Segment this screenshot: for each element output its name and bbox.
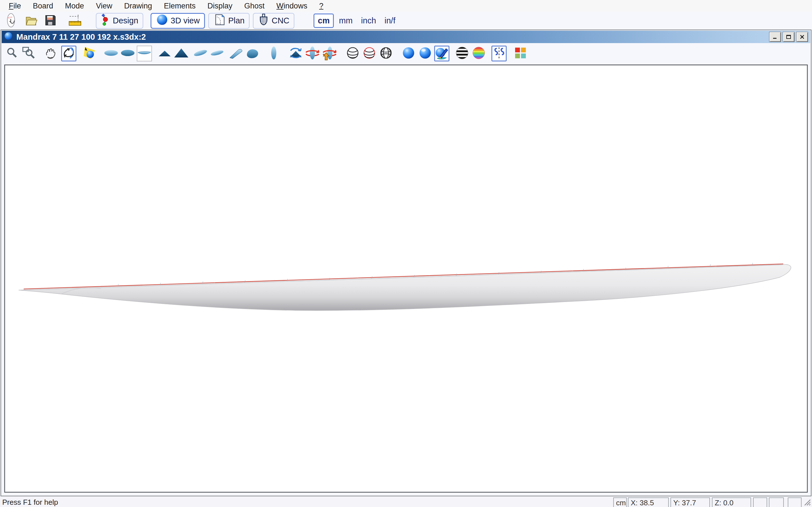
- status-z-coordinate: Z: 0.0: [712, 497, 751, 507]
- mesh-render[interactable]: [378, 46, 394, 61]
- unit-inch[interactable]: inch: [358, 14, 379, 27]
- unit-selector: cm mm inch in/f: [313, 13, 400, 28]
- close-button[interactable]: [796, 32, 808, 42]
- menu-display[interactable]: Display: [202, 1, 239, 11]
- new-board-button[interactable]: [4, 13, 18, 28]
- pan-tool[interactable]: [43, 46, 58, 61]
- view-tilt-right[interactable]: [209, 46, 225, 61]
- view-deck[interactable]: [103, 46, 119, 61]
- open-folder-icon: [24, 13, 38, 29]
- rotate-horizontal[interactable]: [288, 46, 303, 61]
- minimize-button[interactable]: [769, 32, 781, 42]
- rainbow-sphere-icon: [472, 46, 486, 61]
- window-controls: [769, 32, 808, 42]
- symmetry-toggle[interactable]: [492, 46, 507, 61]
- color-palette-icon: [514, 47, 527, 61]
- status-unit: cm: [613, 497, 627, 507]
- view-tilt-left[interactable]: [193, 46, 208, 61]
- 3d-view-label: 3D view: [170, 16, 200, 25]
- view-nose-small-icon: [158, 47, 172, 60]
- unit-mm[interactable]: mm: [336, 14, 356, 27]
- wireframe-render[interactable]: [345, 46, 360, 61]
- paint-board-icon: [435, 46, 449, 61]
- save-button[interactable]: [43, 13, 57, 28]
- view-bottom[interactable]: [120, 46, 135, 61]
- menu-bar: File Board Mode View Drawing Elements Di…: [0, 0, 812, 12]
- view-nose-icon: [174, 46, 189, 61]
- status-empty-1: [753, 497, 767, 507]
- menu-windows[interactable]: Windows: [270, 1, 313, 11]
- view-nose[interactable]: [174, 46, 189, 61]
- plan-mode-button[interactable]: Plan: [208, 13, 250, 29]
- view-side-icon: [137, 47, 152, 60]
- status-help-text: Press F1 for help: [2, 498, 58, 507]
- main-toolbar: Design 3D view Plan: [0, 12, 812, 30]
- design-mode-button[interactable]: Design: [96, 13, 143, 29]
- solid-sphere-icon: [402, 46, 415, 61]
- 3d-view-mode-button[interactable]: 3D view: [151, 13, 205, 29]
- maximize-button[interactable]: [783, 32, 795, 42]
- status-bar: Press F1 for help cm X: 38.5 Y: 37.7 Z: …: [0, 497, 812, 507]
- flip-board[interactable]: [321, 46, 337, 61]
- menu-help[interactable]: ?: [313, 1, 329, 11]
- view-end[interactable]: [266, 46, 282, 61]
- unit-inf[interactable]: in/f: [381, 14, 399, 27]
- view-nose-small[interactable]: [157, 46, 172, 61]
- view-perspective-icon: [229, 47, 244, 61]
- unit-cm[interactable]: cm: [313, 13, 334, 28]
- view-perspective[interactable]: [229, 46, 244, 61]
- rotate-axis-icon: [305, 46, 319, 61]
- view-side[interactable]: [137, 46, 152, 61]
- glossy-render[interactable]: [417, 46, 433, 61]
- ruler-icon: [67, 13, 83, 29]
- zoom-window-tool[interactable]: [21, 46, 36, 61]
- wireframe-red-icon: [363, 46, 376, 61]
- rainbow-render[interactable]: [471, 46, 486, 61]
- menu-elements[interactable]: Elements: [158, 1, 202, 11]
- cnc-mode-button[interactable]: CNC: [253, 13, 294, 29]
- surfboard-body: [18, 265, 791, 311]
- stripes-sphere-icon: [455, 46, 469, 61]
- view-end-icon: [270, 46, 277, 61]
- view-deck-icon: [103, 47, 119, 60]
- document-titlebar[interactable]: Mandrax 7 11 27 100 192 x.s3dx:2: [2, 31, 810, 43]
- board-document-window: Mandrax 7 11 27 100 192 x.s3dx:2: [1, 30, 811, 496]
- status-y-coordinate: Y: 37.7: [670, 497, 710, 507]
- plan-icon: [213, 13, 226, 29]
- rotate-axis[interactable]: [305, 46, 320, 61]
- status-x-coordinate: X: 38.5: [628, 497, 669, 507]
- color-palette-tool[interactable]: [513, 46, 528, 61]
- application-window: File Board Mode View Drawing Elements Di…: [0, 0, 812, 507]
- resize-grip[interactable]: [804, 499, 811, 507]
- view-tilt-left-icon: [193, 47, 208, 60]
- wireframe-red-render[interactable]: [362, 46, 377, 61]
- light-icon: [83, 46, 97, 61]
- mesh-icon: [379, 46, 393, 61]
- plan-label: Plan: [228, 16, 245, 25]
- zoom-tool[interactable]: [4, 46, 20, 61]
- document-icon: [4, 32, 13, 43]
- view-bottom-icon: [120, 47, 135, 60]
- document-title: Mandrax 7 11 27 100 192 x.s3dx:2: [16, 33, 146, 42]
- menu-view[interactable]: View: [90, 1, 118, 11]
- view-round[interactable]: [245, 46, 260, 61]
- design-icon: [101, 13, 110, 29]
- solid-render[interactable]: [401, 46, 416, 61]
- menu-ghost[interactable]: Ghost: [238, 1, 270, 11]
- rotate-3d-tool[interactable]: [61, 46, 77, 61]
- cnc-icon: [258, 13, 269, 29]
- 3d-viewport[interactable]: [4, 64, 808, 493]
- save-icon: [43, 13, 57, 29]
- menu-file[interactable]: File: [3, 1, 27, 11]
- menu-drawing[interactable]: Drawing: [118, 1, 158, 11]
- measurements-button[interactable]: [68, 13, 82, 28]
- open-button[interactable]: [24, 13, 38, 28]
- menu-mode[interactable]: Mode: [59, 1, 90, 11]
- view-tilt-right-icon: [209, 47, 225, 60]
- paint-board-tool[interactable]: [434, 46, 449, 61]
- light-tool[interactable]: [82, 46, 97, 61]
- zoom-window-icon: [22, 46, 36, 61]
- menu-board[interactable]: Board: [27, 1, 59, 11]
- view-round-icon: [246, 47, 260, 61]
- stripes-render[interactable]: [455, 46, 470, 61]
